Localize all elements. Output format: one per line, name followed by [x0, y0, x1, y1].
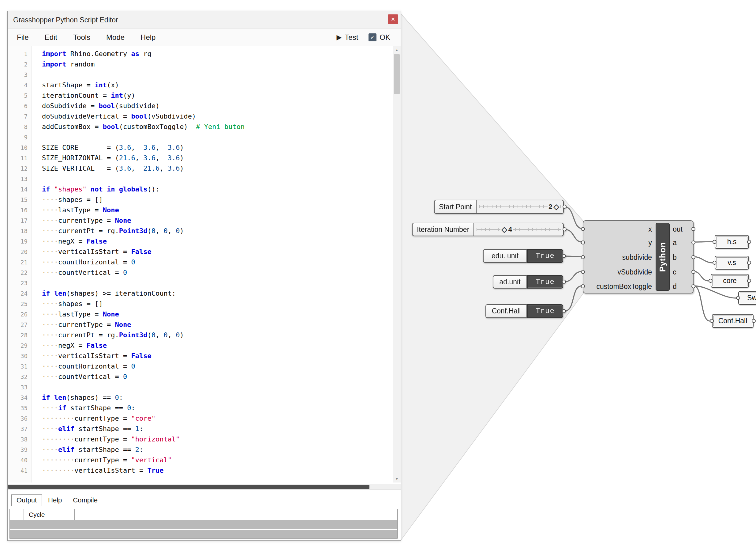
tab-output[interactable]: Output [11, 494, 42, 506]
menu-file[interactable]: File [8, 33, 37, 42]
menu-tools[interactable]: Tools [65, 33, 98, 42]
scroll-down-icon[interactable]: ▼ [393, 475, 401, 483]
python-output-d[interactable]: d [673, 283, 677, 291]
code-line[interactable]: addCustomBox = bool(customBoxToggle) # Y… [42, 122, 393, 132]
code-line[interactable]: ····negX = False [42, 236, 393, 246]
code-line[interactable]: startShape = int(x) [42, 80, 393, 90]
code-line[interactable]: ····countVertical = 0 [42, 267, 393, 278]
output-port[interactable] [562, 280, 566, 284]
code-line[interactable]: doSubdivideVertical = bool(vSubdivide) [42, 111, 393, 122]
output-port[interactable] [747, 279, 751, 283]
python-input-vsubdivide[interactable]: vSubdivide [617, 268, 652, 276]
code-line[interactable]: ····currentType = None [42, 320, 393, 330]
python-input-y[interactable]: y [649, 239, 652, 247]
code-line[interactable]: SIZE_VERTICAL = (3.6, 21.6, 3.6) [42, 163, 393, 174]
python-input-x[interactable]: x [649, 225, 652, 233]
output-port[interactable] [562, 254, 566, 258]
toggle-edu-unit-value[interactable]: True [527, 249, 563, 263]
code-lines[interactable]: import Rhino.Geometry as rgimport random… [32, 46, 393, 483]
vertical-scrollbar[interactable]: ▲ ▼ [393, 46, 401, 483]
code-line[interactable]: ····elif startShape == 2: [42, 445, 393, 455]
menu-help[interactable]: Help [133, 33, 163, 42]
code-line[interactable] [42, 382, 393, 393]
code-line[interactable]: import random [42, 59, 393, 69]
python-input-customboxtoggle[interactable]: customBoxToggle [596, 283, 652, 291]
code-line[interactable]: doSubdivide = bool(subdivide) [42, 101, 393, 111]
scroll-up-icon[interactable]: ▲ [393, 46, 401, 54]
code-line[interactable] [42, 278, 393, 288]
tab-compile[interactable]: Compile [68, 495, 103, 506]
wire[interactable] [694, 271, 709, 281]
code-line[interactable]: ····elif startShape == 1: [42, 424, 393, 434]
input-port[interactable] [581, 255, 585, 259]
input-port[interactable] [581, 284, 585, 288]
slider-start-point-track[interactable]: 2◇ [477, 200, 564, 214]
wire[interactable] [694, 242, 713, 242]
python-component-name-bar[interactable]: Python [656, 223, 670, 291]
code-line[interactable]: ····lastType = None [42, 205, 393, 215]
code-line[interactable] [42, 174, 393, 184]
code-line[interactable]: ········verticalIsStart = True [42, 465, 393, 476]
code-line[interactable]: ········currentType = "core" [42, 413, 393, 424]
python-output-c[interactable]: c [673, 268, 676, 276]
tab-help[interactable]: Help [43, 495, 67, 506]
input-port[interactable] [581, 270, 585, 274]
ok-button[interactable]: ✓ OK [369, 33, 390, 42]
wire[interactable] [564, 256, 582, 257]
output-port[interactable] [563, 205, 567, 208]
toggle-ad-unit-value[interactable]: True [527, 275, 563, 289]
code-line[interactable]: ····shapes = [] [42, 299, 393, 309]
output-port[interactable] [752, 319, 756, 323]
panel-vs[interactable]: v.s [715, 256, 749, 269]
code-line[interactable]: SIZE_CORE = (3.6, 3.6, 3.6) [42, 142, 393, 153]
input-port[interactable] [713, 261, 717, 265]
code-line[interactable]: ····countHorizontal = 0 [42, 361, 393, 372]
panel-hs[interactable]: h.s [715, 235, 749, 249]
vertical-scrollbar-thumb[interactable] [394, 54, 400, 94]
toggle-ad-unit[interactable]: ad.unit True [493, 275, 563, 289]
slider-iteration-track[interactable]: ◇4 [474, 223, 564, 236]
input-port[interactable] [736, 296, 740, 300]
code-line[interactable]: if "shapes" not in globals(): [42, 184, 393, 194]
code-line[interactable]: ····verticalIsStart = False [42, 246, 393, 257]
panel-core[interactable]: core [711, 274, 749, 288]
code-line[interactable]: ····currentPt = rg.Point3d(0, 0, 0) [42, 330, 393, 340]
code-line[interactable]: ····countVertical = 0 [42, 372, 393, 382]
python-output-a[interactable]: a [673, 239, 677, 247]
output-port[interactable] [563, 227, 567, 231]
slider-iteration-grip[interactable]: ◇4 [500, 225, 513, 234]
window-titlebar[interactable]: Grasshopper Python Script Editor ✕ [8, 11, 401, 28]
output-port[interactable] [747, 261, 751, 265]
input-port[interactable] [710, 319, 714, 323]
python-output-out[interactable]: out [673, 225, 683, 233]
python-component[interactable]: x y subdivide vSubdivide customBoxToggle… [583, 220, 694, 294]
horizontal-scrollbar-thumb[interactable] [8, 485, 369, 489]
code-line[interactable]: ········currentType = "vertical" [42, 455, 393, 465]
output-port[interactable] [691, 240, 695, 244]
code-line[interactable]: if len(shapes) == 0: [42, 393, 393, 403]
code-line[interactable]: ········currentType = "horizontal" [42, 434, 393, 445]
panel-conf-hall[interactable]: Conf.Hall [712, 314, 754, 328]
close-button[interactable]: ✕ [388, 14, 398, 24]
code-line[interactable]: ····if startShape == 0: [42, 403, 393, 413]
code-line[interactable]: ····verticalIsStart = False [42, 351, 393, 361]
output-port[interactable] [691, 227, 695, 231]
output-port[interactable] [691, 284, 695, 288]
code-line[interactable]: ····currentPt = rg.Point3d(0, 0, 0) [42, 226, 393, 236]
output-port[interactable] [747, 240, 751, 244]
slider-start-point-grip[interactable]: 2◇ [548, 202, 560, 211]
python-output-b[interactable]: b [673, 253, 677, 261]
code-line[interactable]: ····currentType = None [42, 215, 393, 226]
toggle-conf-hall-value[interactable]: True [527, 304, 563, 318]
code-line[interactable] [42, 132, 393, 142]
panel-sw[interactable]: Sw [738, 291, 756, 305]
input-port[interactable] [581, 227, 585, 231]
python-input-subdivide[interactable]: subdivide [622, 253, 652, 261]
output-port[interactable] [691, 270, 695, 274]
code-line[interactable]: ····lastType = None [42, 309, 393, 320]
code-line[interactable] [42, 69, 393, 80]
wire[interactable] [694, 257, 713, 263]
code-editor[interactable]: 1234567891011121314151617181920212223242… [8, 46, 401, 483]
menu-edit[interactable]: Edit [37, 33, 65, 42]
toggle-edu-unit[interactable]: edu. unit True [483, 249, 563, 263]
